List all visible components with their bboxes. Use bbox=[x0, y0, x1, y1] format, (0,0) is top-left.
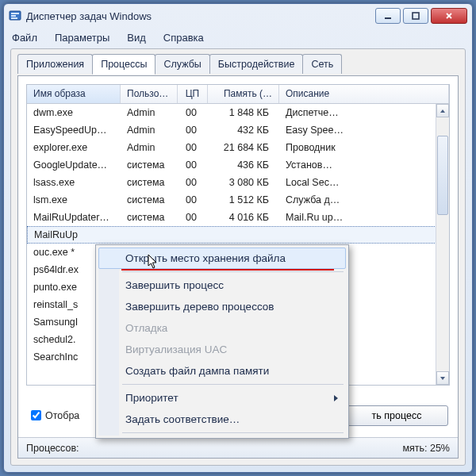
cell-user: система bbox=[121, 175, 178, 190]
cell-desc: Служба д… bbox=[279, 193, 449, 207]
svg-rect-4 bbox=[385, 17, 391, 19]
cell-name: lsm.exe bbox=[27, 193, 121, 207]
col-header-name[interactable]: Имя образа bbox=[27, 85, 121, 103]
context-menu-item[interactable]: Приоритет bbox=[98, 387, 346, 409]
close-button[interactable] bbox=[431, 8, 467, 24]
cell-user: Admin bbox=[121, 123, 178, 137]
vertical-scrollbar[interactable] bbox=[436, 104, 449, 385]
cell-cpu: 00 bbox=[178, 123, 208, 137]
cell-desc: Mail.Ru up… bbox=[279, 210, 449, 225]
cell-mem: 436 КБ bbox=[208, 158, 279, 172]
menu-help[interactable]: Справка bbox=[160, 30, 207, 45]
context-menu-item[interactable]: Создать файл дампа памяти bbox=[98, 360, 346, 382]
context-menu-item[interactable]: Завершить дерево процессов bbox=[98, 296, 346, 317]
cell-name: MailRuUp bbox=[28, 228, 121, 242]
context-menu-item[interactable]: Задать соответствие… bbox=[98, 409, 346, 430]
context-menu-item[interactable]: Открыть место хранения файла bbox=[98, 248, 346, 269]
status-memory: мять: 25% bbox=[402, 443, 450, 454]
scroll-up-button[interactable] bbox=[436, 104, 449, 117]
cell-desc: Easy Spee… bbox=[279, 123, 449, 137]
show-all-checkbox-area: Отобра bbox=[28, 408, 79, 423]
cell-cpu: 00 bbox=[178, 106, 208, 120]
context-menu-item: Виртуализация UAC bbox=[98, 339, 346, 360]
cell-desc: Установ… bbox=[279, 158, 449, 172]
col-header-memory[interactable]: Память (… bbox=[208, 85, 279, 103]
process-context-menu: Открыть место хранения файлаЗавершить пр… bbox=[95, 244, 349, 439]
cell-name: explorer.exe bbox=[27, 140, 121, 155]
svg-rect-2 bbox=[11, 15, 16, 17]
col-header-user[interactable]: Пользо… bbox=[121, 85, 178, 103]
col-header-desc[interactable]: Описание bbox=[279, 85, 449, 103]
cell-user: система bbox=[121, 193, 178, 207]
cell-mem: 21 684 КБ bbox=[208, 140, 279, 155]
cursor-icon bbox=[148, 254, 160, 272]
cell-user: система bbox=[121, 158, 178, 172]
menubar: Файл Параметры Вид Справка bbox=[4, 28, 472, 47]
cell-user: Admin bbox=[121, 140, 178, 155]
cell-name: dwm.exe bbox=[27, 106, 121, 120]
cell-cpu: 00 bbox=[178, 175, 208, 190]
show-all-checkbox[interactable] bbox=[31, 410, 41, 420]
table-row[interactable]: explorer.exeAdmin0021 684 КБПроводник bbox=[27, 139, 449, 156]
status-bar: Процессов: мять: 25% bbox=[18, 437, 458, 458]
window-title: Диспетчер задач Windows bbox=[26, 10, 375, 22]
table-row[interactable]: GoogleUpdate…система00436 КБУстанов… bbox=[27, 156, 449, 174]
tab-applications[interactable]: Приложения bbox=[17, 54, 93, 74]
cell-cpu: 00 bbox=[178, 158, 208, 172]
svg-rect-5 bbox=[413, 13, 419, 19]
tab-network[interactable]: Сеть bbox=[302, 54, 342, 74]
cell-name: lsass.exe bbox=[27, 175, 121, 190]
table-row[interactable]: lsass.exeсистема003 080 КБLocal Sec… bbox=[27, 174, 449, 191]
cell-mem: 4 016 КБ bbox=[208, 210, 279, 225]
app-icon bbox=[9, 10, 21, 22]
cell-cpu: 00 bbox=[178, 140, 208, 155]
cell-desc: Диспетче… bbox=[279, 106, 449, 120]
end-process-button[interactable]: ть процесс bbox=[345, 405, 448, 426]
svg-rect-1 bbox=[11, 13, 19, 14]
cell-mem: 432 КБ bbox=[208, 123, 279, 137]
table-row[interactable]: dwm.exeAdmin001 848 КБДиспетче… bbox=[27, 104, 449, 121]
status-processes: Процессов: bbox=[26, 443, 79, 454]
context-menu-item: Отладка bbox=[98, 317, 346, 339]
maximize-button[interactable] bbox=[403, 8, 428, 24]
menu-view[interactable]: Вид bbox=[124, 30, 149, 45]
cell-cpu bbox=[178, 233, 209, 236]
tab-processes[interactable]: Процессы bbox=[92, 54, 155, 75]
tabs: Приложения Процессы Службы Быстродействи… bbox=[11, 49, 465, 74]
cell-cpu: 00 bbox=[178, 210, 208, 225]
context-menu-separator bbox=[122, 432, 344, 433]
cell-user: Admin bbox=[121, 106, 178, 120]
scroll-down-button[interactable] bbox=[436, 371, 449, 385]
table-row[interactable]: lsm.exeсистема001 512 КБСлужба д… bbox=[27, 191, 449, 209]
cell-name: GoogleUpdate… bbox=[27, 158, 121, 172]
table-header: Имя образа Пользо… ЦП Память (… Описание bbox=[27, 85, 449, 104]
cell-mem: 1 848 КБ bbox=[208, 106, 279, 120]
cell-name: EasySpeedUp… bbox=[27, 123, 121, 137]
menu-file[interactable]: Файл bbox=[9, 30, 40, 45]
cell-user bbox=[121, 233, 178, 236]
context-menu-separator bbox=[122, 384, 344, 385]
show-all-label: Отобра bbox=[45, 410, 79, 421]
tab-performance[interactable]: Быстродействие bbox=[209, 54, 304, 74]
cell-mem bbox=[209, 233, 280, 236]
cell-cpu: 00 bbox=[178, 193, 208, 207]
scroll-thumb[interactable] bbox=[437, 136, 448, 215]
table-row[interactable]: EasySpeedUp…Admin00432 КБEasy Spee… bbox=[27, 121, 449, 139]
cell-user: система bbox=[121, 210, 178, 225]
cell-mem: 3 080 КБ bbox=[208, 175, 279, 190]
svg-rect-3 bbox=[11, 17, 17, 19]
table-row[interactable]: MailRuUpdater…система004 016 КБMail.Ru u… bbox=[27, 209, 449, 226]
titlebar[interactable]: Диспетчер задач Windows bbox=[4, 4, 472, 28]
table-row[interactable]: MailRuUp bbox=[27, 226, 449, 244]
col-header-cpu[interactable]: ЦП bbox=[178, 85, 208, 103]
submenu-arrow-icon bbox=[334, 395, 338, 401]
minimize-button[interactable] bbox=[375, 8, 401, 24]
cell-mem: 1 512 КБ bbox=[208, 193, 279, 207]
menu-options[interactable]: Параметры bbox=[52, 30, 113, 45]
tab-services[interactable]: Службы bbox=[155, 54, 209, 74]
cell-desc: Проводник bbox=[279, 140, 449, 155]
cell-desc bbox=[280, 233, 448, 236]
cell-desc: Local Sec… bbox=[279, 175, 449, 190]
context-menu-item[interactable]: Завершить процесс bbox=[98, 274, 346, 296]
cell-name: MailRuUpdater… bbox=[27, 210, 121, 225]
